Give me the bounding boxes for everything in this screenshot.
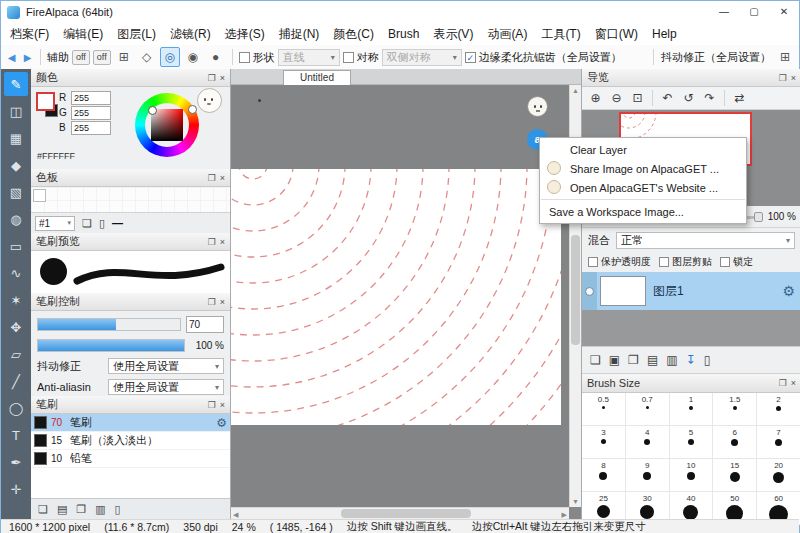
snap-perspective-icon[interactable]: ◇: [137, 47, 157, 67]
tool-magic-wand[interactable]: ✶: [4, 288, 28, 312]
clipping-checkbox[interactable]: 图层剪贴: [659, 255, 712, 269]
snap-point-icon[interactable]: ●: [206, 47, 226, 67]
brush-size-option[interactable]: 3: [582, 426, 626, 459]
vertical-scroll-thumb[interactable]: [571, 235, 580, 345]
close-panel-icon[interactable]: ×: [791, 377, 796, 389]
tool-brush[interactable]: ✎: [4, 72, 28, 96]
add-color-icon[interactable]: ❏: [82, 215, 92, 231]
stabilizer-dropdown[interactable]: 使用全局设置 ▾: [108, 358, 224, 374]
menu-item-window[interactable]: 窗口(W): [588, 23, 645, 45]
tool-ellipse[interactable]: ◯: [4, 396, 28, 420]
shape-type-dropdown[interactable]: 直线 ▾: [278, 49, 340, 66]
menu-item-help[interactable]: Help: [645, 23, 684, 45]
close-button[interactable]: ✕: [769, 1, 799, 23]
tool-move[interactable]: ✥: [4, 315, 28, 339]
foreground-color-swatch[interactable]: [36, 92, 55, 111]
float-panel-icon[interactable]: ❐: [208, 172, 216, 184]
canvas-horizontal-scrollbar[interactable]: ◀ ▶: [231, 507, 569, 519]
brush-size-option[interactable]: 20: [757, 459, 800, 492]
rotate-right-icon[interactable]: ↷: [700, 89, 719, 107]
snap-radial-icon[interactable]: ◉: [183, 47, 203, 67]
menu-item-tool[interactable]: 工具(T): [534, 23, 587, 45]
brush-size-option[interactable]: 2: [757, 393, 800, 426]
tool-line[interactable]: ╱: [4, 369, 28, 393]
stabilizer-settings-icon[interactable]: ⊞: [775, 47, 795, 67]
palette-set-dropdown[interactable]: #1 ▾: [35, 216, 75, 231]
symmetry-checkbox[interactable]: 对称: [343, 50, 379, 65]
menu-item-file[interactable]: 档案(F): [3, 23, 56, 45]
brush-list-item[interactable]: 70 笔刷 ⚙: [31, 414, 230, 432]
palette-swatch[interactable]: [33, 189, 46, 202]
float-panel-icon[interactable]: ❐: [779, 72, 787, 84]
close-panel-icon[interactable]: ×: [220, 72, 225, 84]
menu-item-layer[interactable]: 图层(L): [110, 23, 163, 45]
brush-size-option[interactable]: 6: [713, 426, 757, 459]
float-panel-icon[interactable]: ❐: [208, 236, 216, 248]
float-panel-icon[interactable]: ❐: [779, 377, 787, 389]
lock-checkbox[interactable]: 锁定: [720, 255, 753, 269]
tool-shape[interactable]: ▱: [4, 342, 28, 366]
blend-mode-dropdown[interactable]: 正常 ▾: [616, 232, 795, 249]
menu-item-select[interactable]: 选择(S): [218, 23, 272, 45]
context-menu-item-open-website[interactable]: Open AlpacaGET's Website ...: [540, 178, 746, 197]
context-menu-item-save-workspace-image[interactable]: Save a Workspace Image...: [540, 202, 746, 221]
tool-hand[interactable]: ✛: [4, 477, 28, 501]
layer-visibility-cell[interactable]: [582, 272, 597, 310]
brush-size-option[interactable]: 1: [670, 393, 714, 426]
brush-size-option[interactable]: 0.5: [582, 393, 626, 426]
brush-list-item[interactable]: 10 铅笔: [31, 450, 230, 468]
context-menu-item-share-image[interactable]: Share Image on AlpacaGET ...: [540, 159, 746, 178]
canvas-area[interactable]: a: [231, 85, 569, 507]
brush-size-option[interactable]: 9: [626, 459, 670, 492]
tool-pen[interactable]: ✒: [4, 450, 28, 474]
brush-list-item[interactable]: 15 笔刷（淡入淡出）: [31, 432, 230, 450]
canvas-tab[interactable]: Untitled: [283, 70, 351, 85]
color-wheel[interactable]: [135, 93, 199, 157]
layer-visibility-icon[interactable]: [585, 287, 594, 296]
maximize-button[interactable]: ▢: [739, 1, 769, 23]
brush-merge-icon[interactable]: ▥: [95, 503, 105, 516]
minimize-button[interactable]: —: [709, 1, 739, 23]
zoom-in-icon[interactable]: ⊕: [586, 89, 605, 107]
gear-icon[interactable]: ⚙: [782, 283, 795, 299]
zoom-out-icon[interactable]: ⊖: [607, 89, 626, 107]
tool-eraser[interactable]: ◫: [4, 99, 28, 123]
brush-size-value[interactable]: 70: [186, 316, 224, 333]
close-panel-icon[interactable]: ×: [791, 72, 796, 84]
snap-off-button-1[interactable]: off: [72, 50, 90, 65]
merge-layer-icon[interactable]: ▥: [666, 353, 677, 367]
menu-item-color[interactable]: 颜色(C): [326, 23, 381, 45]
brush-size-option[interactable]: 4: [626, 426, 670, 459]
brush-size-option[interactable]: 8: [582, 459, 626, 492]
red-input[interactable]: 255: [71, 91, 111, 105]
tool-dot-pen[interactable]: ▦: [4, 126, 28, 150]
palette-swatch-grid[interactable]: [31, 187, 230, 213]
tool-lasso[interactable]: ∿: [4, 261, 28, 285]
menu-item-filter[interactable]: 滤镜(R): [163, 23, 218, 45]
collapse-right-panel-icon[interactable]: ▶: [21, 52, 34, 63]
brush-size-option[interactable]: 5: [670, 426, 714, 459]
float-panel-icon[interactable]: ❐: [208, 296, 216, 308]
close-panel-icon[interactable]: ×: [220, 296, 225, 308]
tool-blur[interactable]: ◍: [4, 207, 28, 231]
copy-layer-icon[interactable]: ❐: [628, 353, 639, 367]
brush-size-slider[interactable]: [37, 318, 181, 331]
scroll-up-icon[interactable]: ▲: [572, 85, 579, 96]
tool-gradient[interactable]: ▧: [4, 180, 28, 204]
context-menu-item-clear-layer[interactable]: Clear Layer: [540, 140, 746, 159]
float-panel-icon[interactable]: ❐: [208, 72, 216, 84]
brush-size-option[interactable]: 1.5: [713, 393, 757, 426]
transfer-layer-icon[interactable]: ↧: [686, 353, 696, 367]
add-layer-icon[interactable]: ❏: [590, 353, 601, 367]
close-panel-icon[interactable]: ×: [220, 172, 225, 184]
tool-text[interactable]: T: [4, 423, 28, 447]
rotate-reset-icon[interactable]: ↺: [679, 89, 698, 107]
snap-off-button-2[interactable]: off: [93, 50, 111, 65]
rotate-left-icon[interactable]: ↶: [658, 89, 677, 107]
tool-bucket[interactable]: ◆: [4, 153, 28, 177]
alpaca-avatar-button[interactable]: [527, 96, 548, 117]
menu-item-edit[interactable]: 编辑(E): [56, 23, 110, 45]
menu-item-snap[interactable]: 捕捉(N): [272, 23, 327, 45]
blue-input[interactable]: 255: [71, 121, 111, 135]
trash-icon[interactable]: ▯: [704, 353, 711, 367]
